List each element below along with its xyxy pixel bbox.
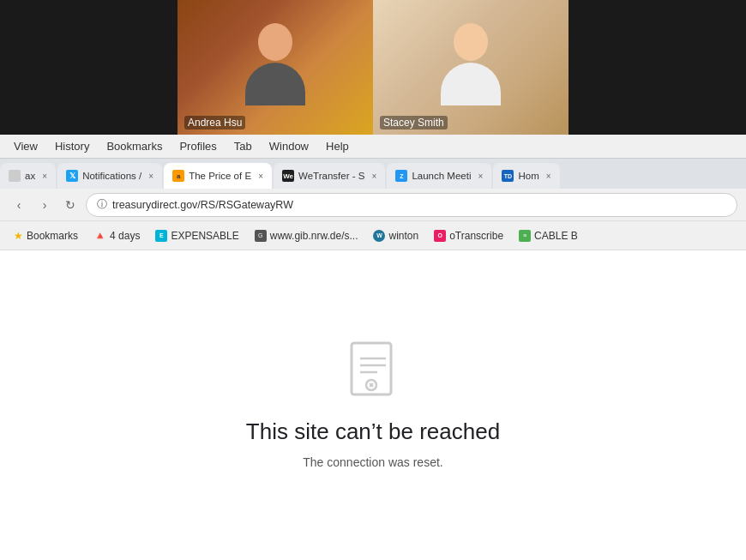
bookmark-bookmarks[interactable]: ★ Bookmarks: [7, 227, 85, 244]
person-head-right: [454, 23, 488, 61]
tab-wetransfer-close[interactable]: ×: [368, 170, 380, 182]
menu-window[interactable]: Window: [262, 138, 316, 154]
tab-notifications-close[interactable]: ×: [145, 170, 157, 182]
menu-profiles[interactable]: Profiles: [172, 138, 223, 154]
refresh-button[interactable]: ↻: [60, 195, 81, 215]
error-title: This site can’t be reached: [246, 418, 500, 445]
drive-icon: 🔺: [93, 230, 106, 242]
bookmark-expensable[interactable]: E EXPENSABLE: [148, 227, 245, 244]
error-subtitle: The connection was reset.: [303, 455, 442, 469]
bookmark-cable[interactable]: ≡ CABLE B: [512, 227, 585, 244]
secure-icon: ⓘ: [97, 197, 107, 212]
tab-price-close[interactable]: ×: [255, 170, 267, 182]
main-content: This site can’t be reached The connectio…: [0, 250, 746, 560]
address-text: treasurydirect.gov/RS/RSGatewayRW: [112, 199, 293, 211]
gib-icon: G: [255, 230, 267, 242]
tab-wetransfer-label: WeTransfer - S: [298, 171, 364, 181]
tab-price[interactable]: a The Price of E ×: [164, 163, 272, 189]
bookmark-4days-label: 4 days: [110, 230, 140, 242]
tab-meeting-label: Launch Meeti: [412, 171, 471, 181]
tab-notifications-label: Notifications /: [82, 171, 141, 181]
menu-history[interactable]: History: [48, 138, 96, 154]
menu-bookmarks[interactable]: Bookmarks: [99, 138, 169, 154]
expensable-icon: E: [155, 230, 167, 242]
tab-twitter-icon: 𝕏: [66, 170, 78, 182]
tab-meeting[interactable]: Z Launch Meeti ×: [387, 163, 491, 189]
bookmark-otranscribe[interactable]: O oTranscribe: [427, 227, 510, 244]
tab-td-icon: TD: [502, 170, 514, 182]
wordpress-icon: W: [373, 230, 385, 242]
back-button[interactable]: ‹: [9, 195, 29, 215]
svg-rect-0: [352, 343, 391, 394]
cable-icon: ≡: [519, 230, 531, 242]
person-head-left: [258, 23, 292, 61]
video-label-right: Stacey Smith: [380, 116, 448, 129]
otranscribe-icon: O: [434, 230, 446, 242]
person-body-right: [441, 63, 501, 105]
bookmark-expensable-label: EXPENSABLE: [171, 230, 238, 242]
bookmark-gib[interactable]: G www.gib.nrw.de/s...: [248, 227, 365, 244]
tab-amazon-icon: a: [172, 170, 184, 182]
bookmark-gib-label: www.gib.nrw.de/s...: [270, 230, 358, 242]
tab-wetransfer-icon: We: [282, 170, 294, 182]
bookmark-bookmarks-label: Bookmarks: [27, 230, 78, 242]
tab-price-label: The Price of E: [189, 171, 251, 181]
tab-td-close[interactable]: ×: [543, 170, 555, 182]
forward-button[interactable]: ›: [34, 195, 55, 215]
bookmark-4days[interactable]: 🔺 4 days: [87, 227, 147, 244]
tab-1-label: ax: [25, 171, 35, 181]
tab-1-close[interactable]: ×: [39, 170, 51, 182]
video-panel-left: Andrea Hsu: [177, 0, 373, 135]
tab-bar: ax × 𝕏 Notifications / × a The Price of …: [0, 159, 746, 189]
bookmark-winton[interactable]: W winton: [366, 227, 425, 244]
menu-view[interactable]: View: [7, 138, 45, 154]
video-call-bar: Andrea Hsu Stacey Smith: [0, 0, 746, 135]
address-input[interactable]: ⓘ treasurydirect.gov/RS/RSGatewayRW: [86, 193, 737, 217]
menu-help[interactable]: Help: [319, 138, 356, 154]
menu-tab[interactable]: Tab: [227, 138, 259, 154]
person-right: [436, 23, 505, 117]
video-label-left: Andrea Hsu: [184, 116, 245, 129]
tab-1-icon: [9, 170, 21, 182]
tab-zoom-icon: Z: [395, 170, 407, 182]
bookmark-cable-label: CABLE B: [534, 230, 578, 242]
video-panel-right: Stacey Smith: [373, 0, 569, 135]
tab-meeting-close[interactable]: ×: [474, 170, 486, 182]
error-svg: [347, 341, 399, 401]
bookmarks-bar: ★ Bookmarks 🔺 4 days E EXPENSABLE G www.…: [0, 221, 746, 250]
tab-wetransfer[interactable]: We WeTransfer - S ×: [274, 163, 385, 189]
menu-bar: View History Bookmarks Profiles Tab Wind…: [0, 135, 746, 159]
tab-td[interactable]: TD Hom ×: [493, 163, 559, 189]
star-icon: ★: [14, 230, 23, 242]
error-icon: [347, 341, 399, 401]
bookmark-otranscribe-label: oTranscribe: [449, 230, 503, 242]
tab-1[interactable]: ax ×: [0, 163, 56, 189]
tab-td-label: Hom: [518, 171, 538, 181]
bookmark-winton-label: winton: [388, 230, 418, 242]
address-bar: ‹ › ↻ ⓘ treasurydirect.gov/RS/RSGatewayR…: [0, 189, 746, 221]
tab-notifications[interactable]: 𝕏 Notifications / ×: [57, 163, 162, 189]
person-body-left: [245, 63, 305, 105]
person-left: [241, 23, 310, 117]
